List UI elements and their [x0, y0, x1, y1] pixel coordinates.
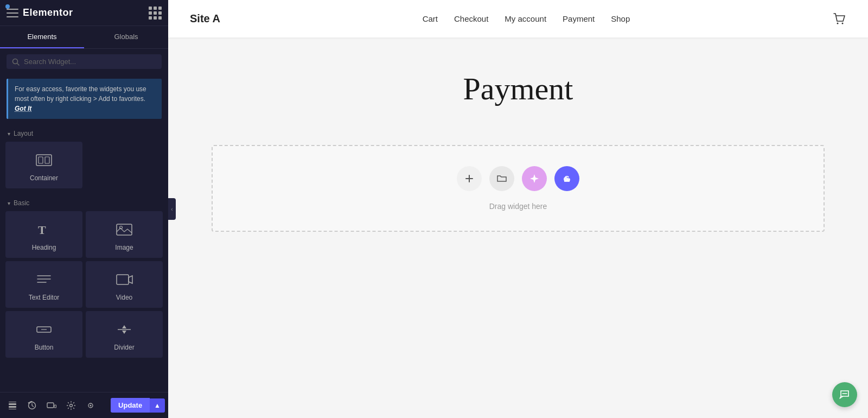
panel-tabs: Elements Globals [0, 26, 168, 49]
svg-rect-19 [9, 409, 16, 409]
chevron-down-icon: ▾ [8, 131, 10, 137]
svg-point-27 [837, 22, 838, 24]
nav-link-payment[interactable]: Payment [563, 14, 595, 23]
text-editor-icon [34, 270, 54, 289]
update-caret-button[interactable]: ▲ [150, 398, 165, 413]
widget-text-editor-label: Text Editor [29, 294, 60, 301]
video-icon [114, 270, 134, 289]
svg-point-28 [841, 22, 843, 24]
section-label-basic: Basic [14, 199, 29, 207]
magic-button[interactable] [522, 166, 547, 191]
search-input-wrap [7, 54, 162, 69]
widget-divider[interactable]: Divider [86, 311, 163, 358]
page-title: Payment [212, 60, 825, 129]
svg-rect-18 [9, 406, 16, 408]
site-navbar: Site A Cart Checkout My account Payment … [168, 0, 868, 38]
widget-video[interactable]: Video [86, 261, 163, 308]
responsive-icon[interactable] [42, 396, 61, 415]
canvas-area: Payment [168, 38, 868, 418]
svg-text:T: T [38, 223, 46, 237]
drop-zone[interactable]: Drag widget here [212, 145, 825, 232]
svg-rect-17 [9, 403, 16, 405]
layers-icon[interactable] [3, 396, 22, 415]
info-banner-text: For easy access, favorite the widgets yo… [15, 85, 146, 103]
section-header-basic[interactable]: ▾ Basic [0, 193, 168, 211]
drop-zone-text: Drag widget here [489, 202, 547, 211]
basic-widget-grid: T Heading Image [0, 211, 168, 362]
search-input[interactable] [24, 58, 156, 66]
widget-image[interactable]: Image [86, 211, 163, 258]
widget-button-label: Button [35, 344, 54, 351]
nav-link-checkout[interactable]: Checkout [454, 14, 488, 23]
preview-icon[interactable] [81, 396, 100, 415]
panel-scroll-area: For easy access, favorite the widgets yo… [0, 49, 168, 418]
chevron-down-icon-basic: ▾ [8, 200, 10, 206]
elementor-logo: Elementor [23, 7, 73, 18]
svg-point-26 [90, 404, 92, 406]
heading-icon: T [34, 220, 54, 239]
main-canvas: Site A Cart Checkout My account Payment … [168, 0, 868, 418]
svg-rect-20 [9, 402, 16, 402]
notification-dot [5, 4, 10, 9]
bottom-toolbar: Update ▲ [0, 392, 168, 418]
widget-heading-label: Heading [32, 244, 56, 251]
history-icon[interactable] [23, 396, 41, 415]
svg-rect-33 [564, 180, 570, 182]
top-bar: Elementor [0, 0, 168, 26]
svg-rect-11 [117, 275, 129, 284]
search-icon [12, 58, 20, 66]
site-nav-links: Cart Checkout My account Payment Shop [423, 14, 630, 24]
left-panel: Elementor Elements Globals For easy acce [0, 0, 168, 418]
hamburger-menu-icon[interactable] [7, 9, 18, 17]
site-logo: Site A [190, 12, 220, 25]
widget-text-editor[interactable]: Text Editor [5, 261, 82, 308]
widget-video-label: Video [116, 294, 132, 301]
update-button-group: Update ▲ [111, 398, 165, 413]
divider-icon [114, 320, 134, 339]
nav-item-cart[interactable]: Cart [423, 14, 438, 24]
got-it-button[interactable]: Got It [15, 105, 31, 112]
svg-rect-23 [54, 405, 56, 408]
nav-item-myaccount[interactable]: My account [505, 14, 546, 24]
svg-line-1 [17, 63, 20, 65]
drop-zone-buttons [457, 166, 579, 191]
widget-heading[interactable]: T Heading [5, 211, 82, 258]
nav-item-payment[interactable]: Payment [563, 14, 595, 24]
layout-widget-grid: Container [0, 142, 168, 193]
svg-marker-16 [122, 331, 126, 334]
update-button[interactable]: Update [111, 398, 150, 413]
tab-globals[interactable]: Globals [84, 26, 168, 48]
nav-item-checkout[interactable]: Checkout [454, 14, 488, 24]
svg-rect-3 [39, 157, 43, 163]
section-label-layout: Layout [14, 130, 33, 137]
tab-elements[interactable]: Elements [0, 26, 84, 48]
button-icon [34, 320, 54, 339]
svg-point-24 [70, 404, 73, 407]
image-icon [114, 220, 134, 239]
info-banner: For easy access, favorite the widgets yo… [7, 79, 162, 119]
widget-image-label: Image [115, 244, 133, 251]
widget-button[interactable]: Button [5, 311, 82, 358]
nav-item-shop[interactable]: Shop [611, 14, 630, 24]
settings-icon[interactable] [62, 396, 80, 415]
folder-button[interactable] [489, 166, 514, 191]
collapse-panel-handle[interactable]: ‹ [168, 198, 176, 220]
svg-marker-15 [122, 325, 126, 328]
nav-link-shop[interactable]: Shop [611, 14, 630, 23]
svg-rect-4 [45, 157, 49, 163]
section-header-layout[interactable]: ▾ Layout [0, 123, 168, 142]
nav-link-myaccount[interactable]: My account [505, 14, 546, 23]
cart-icon[interactable] [832, 12, 846, 26]
svg-rect-22 [47, 403, 54, 408]
search-box [0, 49, 168, 74]
grid-icon[interactable] [149, 7, 162, 20]
container-icon [34, 150, 54, 170]
widget-divider-label: Divider [114, 344, 134, 351]
add-widget-button[interactable] [457, 166, 482, 191]
widget-container-label: Container [30, 174, 58, 182]
widget-container[interactable]: Container [5, 142, 82, 188]
cloud-button[interactable] [554, 166, 579, 191]
chat-bubble[interactable] [832, 382, 857, 407]
nav-link-cart[interactable]: Cart [423, 14, 438, 23]
